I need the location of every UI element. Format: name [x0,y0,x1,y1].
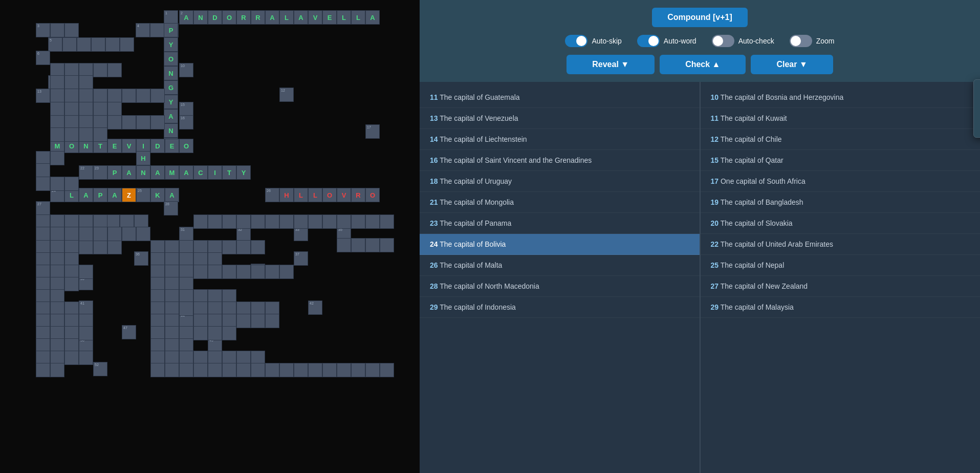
filler-62[interactable] [79,265,93,279]
filler-m54[interactable] [208,326,222,340]
clue-across-26[interactable]: 26 The capital of Malta [420,255,700,276]
cell-5e[interactable] [105,37,120,52]
cell-34e[interactable] [93,240,107,254]
filler-9[interactable] [50,89,64,103]
filler-m67[interactable] [150,363,165,377]
cell-5f[interactable] [120,37,134,52]
filler-29[interactable] [150,115,165,130]
autocheck-toggle[interactable] [712,35,734,47]
cell-O5[interactable]: O [365,188,380,202]
filler-m75[interactable] [265,363,279,377]
filler-m22[interactable] [265,265,279,279]
cell-T2[interactable]: T [222,165,236,180]
cell-O1[interactable]: O [164,52,178,66]
cell-A1[interactable]: A [164,109,178,123]
cell-A3[interactable]: A [179,165,193,180]
cell-26[interactable]: 26 [265,188,279,202]
clue-across-11[interactable]: 11 The capital of Guatemala [420,87,700,108]
cell-A6[interactable]: A [165,188,179,202]
filler-31[interactable] [64,127,79,142]
crossword-panel[interactable]: 1 2 A N D O R R A L A V E L L A 3 4 P Y … [0,0,420,473]
cell-r1j[interactable]: V [308,10,322,25]
cell-r1l[interactable]: L [337,10,351,25]
filler-m23[interactable] [279,265,294,279]
filler-r8[interactable] [294,214,308,229]
filler-m8[interactable] [251,240,265,254]
clue-down-19[interactable]: 19 The capital of Bangladesh [701,192,981,213]
cell-6[interactable]: 6 [36,51,50,65]
filler-r5[interactable] [251,214,265,229]
cell-34f[interactable] [107,240,122,254]
cell-4b[interactable] [150,23,164,37]
cell-A2[interactable]: A [150,165,165,180]
filler-m80[interactable] [337,363,351,377]
filler-4[interactable] [93,63,107,77]
cell-r1f[interactable]: R [251,10,265,25]
cell-23start[interactable]: 23 [93,165,107,180]
clue-across-14[interactable]: 14 The capital of Liechtenstein [420,129,700,150]
clue-down-27[interactable]: 27 The capital of New Zealand [701,276,981,297]
filler-m68[interactable] [165,363,179,377]
filler-m78[interactable] [308,363,322,377]
filler-86[interactable] [36,363,50,377]
filler-m76[interactable] [279,363,294,377]
filler-12[interactable] [93,89,107,103]
filler-45[interactable] [36,227,50,241]
cell-Y1[interactable]: Y [164,37,178,52]
filler-m7[interactable] [236,240,251,254]
filler-85[interactable] [79,351,93,365]
cell-37[interactable]: 37 [294,251,308,266]
cell-5[interactable]: 5 [48,37,62,52]
filler-15[interactable] [136,89,150,103]
cell-34d[interactable] [79,240,93,254]
cell-42[interactable]: 42 [308,300,322,315]
dropdown-word[interactable]: Word [↵] [974,99,980,118]
filler-46[interactable] [50,227,64,241]
cell-E1[interactable]: E [107,139,122,153]
filler-37[interactable] [36,177,50,191]
filler-m48[interactable] [251,314,265,328]
cell-1-start[interactable]: 1 [164,10,178,25]
filler-r15[interactable] [337,238,351,252]
filler-11[interactable] [79,89,93,103]
filler-m49[interactable] [265,314,279,328]
filler-78[interactable] [79,326,93,340]
cell-52[interactable]: 52 [93,362,107,376]
cell-E2[interactable]: E [165,139,179,153]
filler-39[interactable] [64,177,79,191]
filler-m21[interactable] [251,265,265,279]
filler-47[interactable] [64,227,79,241]
filler-r6[interactable] [265,214,279,229]
cell-P2[interactable]: P [93,188,107,202]
clue-across-18[interactable]: 18 The capital of Uruguay [420,171,700,192]
cell-r1n[interactable]: A [365,10,380,25]
cell-Y3[interactable]: Y [236,165,251,180]
filler-m53[interactable] [193,326,208,340]
filler-r17[interactable] [365,238,380,252]
filler-48[interactable] [79,227,93,241]
filler-87[interactable] [50,363,64,377]
clue-across-29[interactable]: 29 The capital of Indonesia [420,297,700,318]
filler-65[interactable] [64,277,79,291]
filler-m47[interactable] [236,314,251,328]
filler-r13[interactable] [365,214,380,229]
clue-across-13[interactable]: 13 The capital of Venezuela [420,108,700,129]
cell-r1d[interactable]: O [222,10,236,25]
filler-r2[interactable] [208,214,222,229]
autoskip-toggle[interactable] [565,35,587,47]
filler-8[interactable] [79,75,93,90]
cell-41[interactable]: 41 [79,300,93,315]
cell-Y2[interactable]: Y [164,95,178,109]
cell-R[interactable]: R [351,188,365,202]
filler-r16[interactable] [351,238,365,252]
filler-m77[interactable] [294,363,308,377]
autoword-toggle[interactable] [637,35,660,47]
filler-m81[interactable] [351,363,365,377]
cell-15[interactable]: 15 [179,102,193,116]
filler-m17[interactable] [193,265,208,279]
cell-C1[interactable]: C [193,165,208,180]
filler-84[interactable] [64,351,79,365]
reveal-button[interactable]: Reveal ▼ [567,55,655,74]
filler-21[interactable] [107,102,122,116]
filler-r7[interactable] [279,214,294,229]
